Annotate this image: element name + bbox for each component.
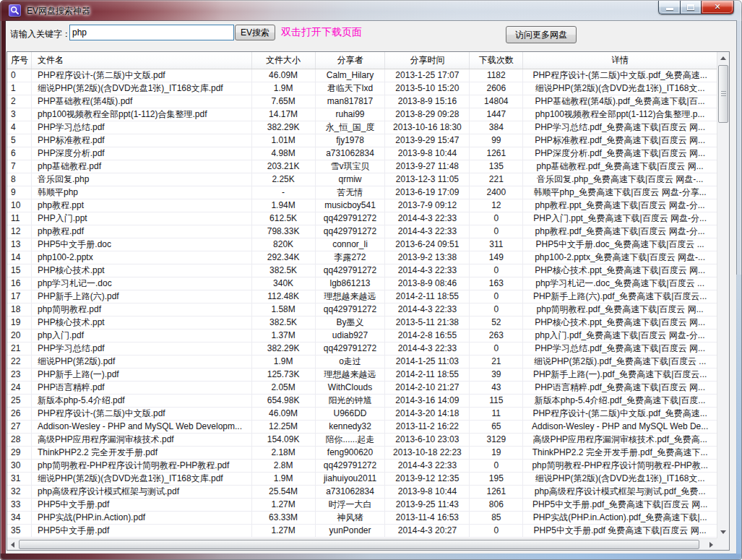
table-row[interactable]: 15PHP核心技术.ppt382.5Kqq4297912722014-4-3 2…	[7, 264, 717, 277]
cell-details: PHP程序设计-(第二版)中文版.pdf_免费高速...	[523, 408, 717, 420]
cell-filesize: 382.29K	[252, 343, 316, 355]
table-row[interactable]: 25新版本php-5.4介绍.pdf654.98K阳光的钟馗2014-3-16 …	[7, 395, 717, 408]
table-row[interactable]: 21PHP学习总结.pdf382.29Kqq4297912722014-4-3 …	[7, 343, 717, 356]
table-row[interactable]: 33PHP5中文手册.pdf1.27M时浮一大白2013-9-25 11:438…	[7, 499, 717, 512]
keyword-input[interactable]	[69, 25, 234, 40]
scroll-down-button[interactable]	[717, 526, 729, 538]
close-button[interactable]: ✕	[701, 1, 734, 14]
table-row[interactable]: 11PHP入门.ppt612.5Kqq4297912722014-4-3 22:…	[7, 212, 717, 225]
cell-filesize: 1.9M	[252, 356, 316, 368]
table-row[interactable]: 5PHP标准教程.pdf1.01Mfjy19782013-9-29 15:479…	[7, 134, 717, 147]
table-row[interactable]: 7php基础教程.pdf203.21K雪v琪宝贝2013-9-27 11:481…	[7, 160, 717, 173]
table-row[interactable]: 32php高级程序设计模式框架与测试.pdf25.54Ma73106283420…	[7, 486, 717, 499]
scroll-up-button[interactable]	[717, 52, 729, 64]
table-row[interactable]: 17PHP新手上路(六).pdf112.48K理想越来越远2014-2-11 1…	[7, 290, 717, 303]
cell-sharer: 苦无情	[316, 186, 386, 199]
table-row[interactable]: 3php100视频教程全部ppt(1-112)合集整理.pdf14.17Mruh…	[7, 108, 717, 121]
table-row[interactable]: 34PHP实战(PHP.in.Action).pdf63.33M神风猪2013-…	[7, 512, 717, 525]
table-row[interactable]: 9韩顺平php-苦无情2013-6-19 17:092400韩顺平php_免费高…	[7, 186, 717, 199]
cell-index: 13	[7, 238, 32, 251]
table-row[interactable]: 28高级PHP应用程序漏洞审核技术.pdf154.09K陪你......起走20…	[7, 434, 717, 447]
cell-filename: PHP程序设计-(第二版)中文版.pdf	[32, 69, 252, 82]
column-header-sharer[interactable]: 分享者	[316, 52, 386, 69]
caption-buttons: ✕	[658, 1, 734, 14]
column-header-filesize[interactable]: 文件大小	[252, 52, 316, 69]
keyword-label: 请输入关键字：	[10, 28, 71, 40]
cell-downloads: 1182	[470, 69, 523, 82]
table-row[interactable]: 4PHP学习总结.pdf382.29K永_恒_国_度2013-10-16 18:…	[7, 121, 717, 134]
cell-share-time: 2014-4-3 20:27	[385, 525, 470, 537]
column-header-index[interactable]: 序号	[7, 52, 32, 69]
minimize-icon	[666, 8, 673, 10]
cell-share-time: 2013-8-29 09:28	[385, 108, 470, 121]
cell-index: 33	[7, 499, 32, 511]
cell-details: 细说PHP(第2版)(含DVD光盘1张)_IT168文...	[523, 82, 717, 95]
table-row[interactable]: 10php教程.ppt1.94Mmusicboy5412013-7-9 09:1…	[7, 199, 717, 212]
scroll-right-button[interactable]	[705, 539, 717, 550]
table-row[interactable]: 19PHP核心技术.ppt382.5KBy墨义2013-5-11 21:3852…	[7, 316, 717, 329]
table-row[interactable]: 31细说PHP(第2版)(含DVD光盘1张)_IT168文库.pdf1.9Mji…	[7, 473, 717, 486]
table-row[interactable]: 26PHP程序设计-(第二版)中文版.pdf46.09MU966DD2014-3…	[7, 408, 717, 421]
window-bottom-border	[1, 553, 741, 559]
vertical-scroll-thumb[interactable]	[718, 65, 728, 123]
table-row[interactable]: 14php100-2.pptx292.34K李露2722013-9-2 13:3…	[7, 251, 717, 264]
table-row[interactable]: 22细说PHP(第2版).pdf1.9Mo走过2014-1-25 11:0321…	[7, 356, 717, 369]
cell-details: PHP语言精粹.pdf_免费高速下载|百度云 网...	[523, 382, 717, 394]
more-disks-button[interactable]: 访问更多网盘	[506, 26, 577, 43]
table-row[interactable]: 6PHP深度分析.pdf4.98Ma7310628342013-9-8 10:4…	[7, 147, 717, 160]
column-header-share-time[interactable]: 分享时间	[385, 52, 470, 69]
cell-sharer: 理想越来越远	[316, 369, 386, 381]
cell-share-time: 2014-4-3 22:33	[385, 264, 470, 277]
cell-share-time: 2014-4-3 22:33	[385, 212, 470, 225]
table-row[interactable]: 24PHP语言精粹.pdf2.05MWithClouds2014-2-10 21…	[7, 382, 717, 395]
cell-filename: php入门.pdf	[32, 329, 252, 342]
horizontal-scrollbar[interactable]	[7, 538, 717, 550]
cell-share-time: 2014-2-10 21:27	[385, 382, 470, 394]
cell-share-time: 2014-4-3 22:33	[385, 460, 470, 472]
cell-sharer: fjy1978	[316, 134, 386, 147]
scroll-left-button[interactable]	[7, 539, 19, 550]
column-header-details[interactable]: 详情	[523, 52, 717, 69]
cell-sharer: WithClouds	[316, 382, 386, 394]
table-row[interactable]: 27Addison-Wesley - PHP and MySQL Web Dev…	[7, 421, 717, 434]
table-row[interactable]: 20php入门.pdf1.37Mudiab9272014-2-8 16:5526…	[7, 329, 717, 343]
table-row[interactable]: 12php教程.pdf798.33Kqq4297912722014-4-3 22…	[7, 225, 717, 238]
cell-details: Addison-Wesley - PHP and MySQL Web De...	[523, 421, 717, 433]
cell-downloads: 195	[470, 473, 523, 485]
cell-details: PHP实战(PHP.in.Action).pdf_免费高速下载|...	[523, 512, 717, 524]
vertical-scrollbar[interactable]	[717, 52, 729, 538]
titlebar[interactable]: EV网盘搜索神器 ✕	[0, 0, 742, 21]
cell-details: php简明教程.pdf_免费高速下载|百度云 网...	[523, 303, 717, 316]
search-button[interactable]: EV搜索	[235, 25, 275, 40]
cell-downloads: 1261	[470, 486, 523, 498]
column-header-downloads[interactable]: 下载次数	[470, 52, 523, 69]
horizontal-scroll-thumb[interactable]	[19, 540, 699, 549]
table-row[interactable]: 2PHP基础教程(第4版).pdf7.65Mman8178172013-8-9 …	[7, 95, 717, 108]
table-row[interactable]: 29ThinkPHP2.2 完全开发手册.pdf2.18Mfeng9006202…	[7, 447, 717, 460]
table-row[interactable]: 23PHP新手上路(一).pdf125.73K理想越来越远2014-2-11 1…	[7, 369, 717, 382]
cell-sharer: qq429791272	[316, 343, 386, 355]
table-row[interactable]: 0PHP程序设计-(第二版)中文版.pdf46.09MCalm_Hilary20…	[7, 69, 717, 82]
table-row[interactable]: 16php学习札记一.doc340Klgb8612132013-8-9 08:4…	[7, 277, 717, 290]
minimize-button[interactable]	[658, 1, 680, 14]
client-area: 请输入关键字： EV搜索 双击打开下载页面 访问更多网盘 序号文件名文件大小分享…	[6, 21, 736, 553]
cell-filename: php教程.ppt	[32, 199, 252, 212]
arrow-left-icon	[11, 542, 14, 548]
cell-filename: 韩顺平php	[32, 186, 252, 199]
cell-filename: php基础教程.pdf	[32, 160, 252, 173]
table-row[interactable]: 35PHP5中文手册.pdf1.27MyunPonder2014-4-3 20:…	[7, 525, 717, 538]
column-header-filename[interactable]: 文件名	[32, 52, 252, 69]
table-row[interactable]: 1细说PHP(第2版)(含DVD光盘1张)_IT168文库.pdf1.9M君临天…	[7, 82, 717, 95]
table-row[interactable]: 18php简明教程.pdf1.58Mqq4297912722014-4-3 22…	[7, 303, 717, 316]
table-row[interactable]: 30php简明教程-PHP程序设计简明教程-PHP教程.pdf2.8Mqq429…	[7, 460, 717, 473]
table-row[interactable]: 8音乐回复.php2.25Kqrmiw2013-12-3 11:05221音乐回…	[7, 173, 717, 186]
cell-filesize: 2.05M	[252, 382, 316, 394]
cell-details: PHP入门.ppt_免费高速下载|百度云 网盘-分...	[523, 212, 717, 225]
cell-share-time: 2013-1-25 17:07	[385, 69, 470, 82]
cell-filename: 新版本php-5.4介绍.pdf	[32, 395, 252, 407]
cell-downloads: 384	[470, 121, 523, 134]
table-row[interactable]: 13PHP5中文手册.doc820Kconnor_li2013-6-24 09:…	[7, 238, 717, 251]
cell-sharer: ruhai99	[316, 108, 386, 121]
cell-downloads: 0	[470, 460, 523, 472]
maximize-button[interactable]	[680, 1, 701, 14]
